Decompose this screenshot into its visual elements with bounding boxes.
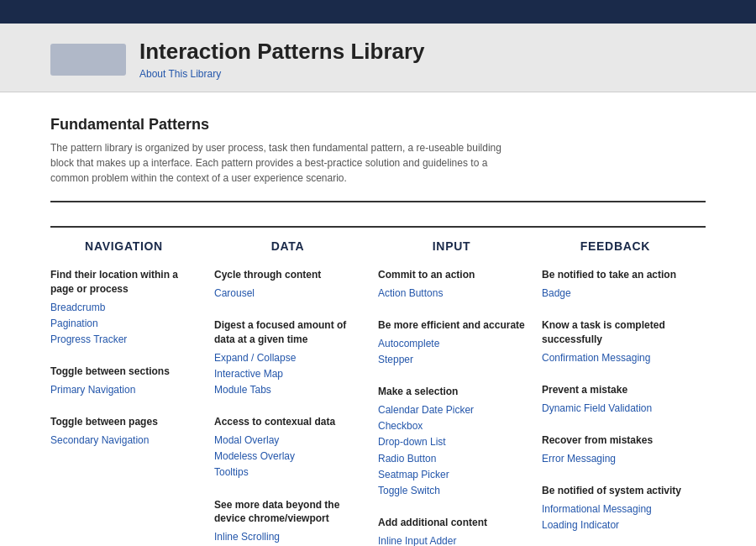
- pattern-link[interactable]: Badge: [542, 286, 689, 302]
- pattern-link[interactable]: Action Buttons: [378, 286, 525, 302]
- pattern-link[interactable]: Calendar Date Picker: [378, 402, 525, 418]
- pattern-link[interactable]: Checkbox: [378, 418, 525, 434]
- pattern-link[interactable]: Dynamic Field Validation: [542, 401, 689, 417]
- logo: [50, 44, 126, 76]
- pattern-group-title: Toggle between pages: [50, 415, 197, 429]
- pattern-link[interactable]: Secondary Navigation: [50, 433, 197, 449]
- pattern-link[interactable]: Inline Input Adder: [378, 533, 525, 546]
- pattern-group: Recover from mistakesError Messaging: [542, 433, 689, 467]
- section-desc: The pattern library is organized by user…: [50, 140, 521, 186]
- pattern-group-title: Commit to an action: [378, 268, 525, 282]
- pattern-group: Access to contexual dataModal OverlayMod…: [214, 415, 361, 480]
- pattern-link[interactable]: Tooltips: [214, 465, 361, 480]
- column-feedback: FEEDBACKBe notified to take an actionBad…: [542, 226, 706, 546]
- pattern-group: Toggle between sectionsPrimary Navigatio…: [50, 365, 197, 398]
- main-content: Fundamental Patterns The pattern library…: [0, 92, 756, 546]
- pattern-link[interactable]: Primary Navigation: [50, 382, 197, 398]
- pattern-link[interactable]: Inline Scrolling: [214, 529, 361, 545]
- pattern-group: Cycle through contentCarousel: [214, 268, 361, 302]
- site-title: Interaction Patterns Library: [139, 39, 425, 64]
- header: Interaction Patterns Library About This …: [0, 24, 756, 92]
- pattern-group: Toggle between pagesSecondary Navigation: [50, 415, 197, 449]
- pattern-group-title: Toggle between sections: [50, 365, 197, 379]
- pattern-group-title: Digest a focused amount of data at a giv…: [214, 318, 361, 347]
- pattern-group: Commit to an actionAction Buttons: [378, 268, 525, 302]
- pattern-group: Prevent a mistakeDynamic Field Validatio…: [542, 383, 689, 417]
- column-navigation: NAVIGATIONFind their location within a p…: [50, 226, 214, 546]
- pattern-link[interactable]: Autocomplete: [378, 336, 525, 352]
- pattern-link[interactable]: Modeless Overlay: [214, 449, 361, 465]
- pattern-group-title: Recover from mistakes: [542, 433, 689, 448]
- pattern-group-title: Add additional content: [378, 516, 525, 530]
- pattern-link[interactable]: Progress Tracker: [50, 332, 197, 348]
- pattern-group: Be more efficient and accurateAutocomple…: [378, 318, 525, 368]
- column-header-feedback: FEEDBACK: [542, 239, 689, 253]
- section-title: Fundamental Patterns: [50, 116, 706, 134]
- pattern-group-title: See more data beyond the device chrome/v…: [214, 498, 361, 527]
- pattern-columns: NAVIGATIONFind their location within a p…: [50, 226, 706, 546]
- pattern-link[interactable]: Stepper: [378, 352, 525, 368]
- pattern-link[interactable]: Seatmap Picker: [378, 467, 525, 483]
- pattern-link[interactable]: Error Messaging: [542, 451, 689, 467]
- pattern-group-title: Access to contexual data: [214, 415, 361, 429]
- pattern-link[interactable]: Modal Overlay: [214, 433, 361, 449]
- pattern-link[interactable]: Informational Messaging: [542, 501, 689, 517]
- pattern-group: Be notified to take an actionBadge: [542, 268, 689, 302]
- pattern-link[interactable]: Radio Button: [378, 451, 525, 467]
- top-bar: [0, 0, 756, 24]
- pattern-group-title: Prevent a mistake: [542, 383, 689, 397]
- column-header-navigation: NAVIGATION: [50, 239, 197, 253]
- pattern-group-title: Find their location within a page or pro…: [50, 268, 197, 297]
- pattern-link[interactable]: Carousel: [214, 286, 361, 302]
- pattern-group: See more data beyond the device chrome/v…: [214, 498, 361, 546]
- pattern-group-title: Know a task is completed successfully: [542, 318, 689, 347]
- pattern-link[interactable]: Interactive Map: [214, 366, 361, 382]
- pattern-group: Make a selectionCalendar Date PickerChec…: [378, 385, 525, 499]
- pattern-link[interactable]: Module Tabs: [214, 382, 361, 398]
- pattern-link[interactable]: Confirmation Messaging: [542, 350, 689, 366]
- pattern-group-title: Be more efficient and accurate: [378, 318, 525, 333]
- pattern-group: Add additional contentInline Input Adder: [378, 516, 525, 546]
- pattern-group: Digest a focused amount of data at a giv…: [214, 318, 361, 398]
- pattern-group-title: Cycle through content: [214, 268, 361, 282]
- column-header-input: INPUT: [378, 239, 525, 253]
- pattern-link[interactable]: Pagination: [50, 316, 197, 332]
- pattern-link[interactable]: Toggle Switch: [378, 483, 525, 499]
- pattern-group: Be notified of system activityInformatio…: [542, 484, 689, 533]
- about-link[interactable]: About This Library: [139, 68, 425, 80]
- pattern-link[interactable]: Loading Indicator: [542, 517, 689, 533]
- pattern-group-title: Be notified of system activity: [542, 484, 689, 498]
- column-input: INPUTCommit to an actionAction ButtonsBe…: [378, 226, 542, 546]
- pattern-group-title: Make a selection: [378, 385, 525, 399]
- pattern-link[interactable]: Drop-down List: [378, 434, 525, 450]
- column-data: DATACycle through contentCarouselDigest …: [214, 226, 378, 546]
- pattern-group: Find their location within a page or pro…: [50, 268, 197, 348]
- column-header-data: DATA: [214, 239, 361, 253]
- pattern-link[interactable]: Expand / Collapse: [214, 350, 361, 366]
- pattern-link[interactable]: Breadcrumb: [50, 300, 197, 316]
- pattern-group: Know a task is completed successfullyCon…: [542, 318, 689, 366]
- pattern-group-title: Be notified to take an action: [542, 268, 689, 282]
- section-divider: [50, 201, 706, 202]
